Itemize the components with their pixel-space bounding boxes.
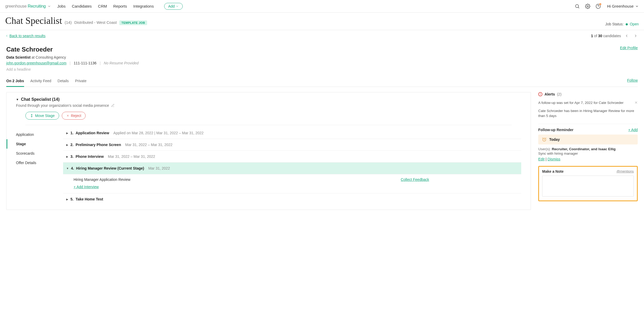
nav-scorecards[interactable]: Scorecards bbox=[16, 149, 63, 158]
followup-sync: Sync with hiring manager bbox=[538, 152, 638, 155]
tab-activity-feed[interactable]: Activity Feed bbox=[30, 77, 51, 87]
caret-down-icon[interactable]: ▼ bbox=[16, 98, 19, 101]
note-textarea[interactable] bbox=[542, 176, 634, 197]
users-value: Recruiter, Coordinator, and Isaac Ellig bbox=[552, 147, 616, 151]
stage-nav: Application Stage Scorecards Offer Detai… bbox=[7, 125, 63, 205]
tab-on-jobs[interactable]: On 2 Jobs bbox=[6, 77, 24, 87]
followup-dismiss-link[interactable]: Dismiss bbox=[548, 157, 560, 161]
headline-placeholder[interactable]: Add a headline bbox=[6, 67, 638, 71]
clock-icon bbox=[542, 137, 547, 142]
tabs: On 2 Jobs Activity Feed Details Private bbox=[6, 77, 86, 87]
tab-private[interactable]: Private bbox=[75, 77, 87, 87]
nav-reports[interactable]: Reports bbox=[113, 4, 127, 8]
mentions-link[interactable]: @mentions bbox=[617, 169, 634, 173]
candidate-role-company: at Consulting Agency bbox=[31, 55, 66, 59]
reject-button[interactable]: Reject bbox=[62, 112, 86, 120]
candidate-email[interactable]: john.gordon.greenhouse@gmail.com bbox=[6, 61, 66, 65]
note-label: Make a Note bbox=[542, 169, 564, 174]
pager-of: of bbox=[594, 34, 597, 38]
followup-add-link[interactable]: + Add bbox=[628, 128, 638, 132]
followup-users: User(s): Recruiter, Coordinator, and Isa… bbox=[538, 147, 638, 151]
stage-name: Application Review bbox=[76, 131, 109, 135]
logo-dropdown-icon[interactable] bbox=[47, 4, 51, 8]
stage-name: Phone Interview bbox=[76, 154, 104, 159]
stage-dates: Mar 31, 2022 – Mar 31, 2022 bbox=[125, 143, 173, 147]
separator: | bbox=[546, 157, 548, 161]
pager-next[interactable] bbox=[632, 33, 639, 39]
nav-candidates[interactable]: Candidates bbox=[72, 4, 92, 8]
add-interview-link[interactable]: + Add Interview bbox=[74, 185, 99, 189]
stage-num: 4. bbox=[71, 166, 74, 170]
back-link-label: Back to search results bbox=[9, 34, 46, 38]
add-button[interactable]: Add bbox=[164, 3, 183, 10]
job-title: Chat Specialist bbox=[5, 15, 62, 26]
alerts-count: (2) bbox=[557, 92, 562, 96]
pager: 1 of 30 candidates bbox=[591, 33, 639, 39]
alert-text: Cate Schroeder has been in Hiring Manage… bbox=[538, 109, 638, 119]
nav-jobs[interactable]: Jobs bbox=[57, 4, 66, 8]
svg-line-1 bbox=[578, 7, 579, 8]
collect-feedback-link[interactable]: Collect Feedback bbox=[401, 177, 429, 182]
triangle-right-icon: ▶ bbox=[66, 155, 68, 158]
follow-link[interactable]: Follow bbox=[627, 78, 638, 85]
search-icon[interactable] bbox=[575, 4, 580, 9]
triangle-right-icon: ▶ bbox=[66, 198, 68, 201]
chevron-down-icon bbox=[176, 5, 179, 8]
stage-num: 1. bbox=[70, 131, 74, 135]
stage-name: Take Home Test bbox=[76, 197, 103, 201]
nav-stage[interactable]: Stage bbox=[7, 139, 63, 149]
stage-dates: Applied on Mar 28, 2022 | Mar 31, 2022 –… bbox=[113, 131, 204, 135]
nav-integrations[interactable]: Integrations bbox=[133, 4, 154, 8]
alert-text: A follow-up was set for Apr 7, 2022 for … bbox=[538, 100, 624, 105]
chevron-left-icon bbox=[5, 34, 8, 37]
gear-icon[interactable] bbox=[585, 4, 590, 9]
pager-position: 1 bbox=[591, 34, 593, 38]
separator: | bbox=[100, 61, 101, 65]
move-stage-button[interactable]: Move Stage bbox=[25, 112, 59, 120]
main-content: ▼ Chat Specialist (14) Found through you… bbox=[0, 87, 644, 215]
nav-links: Jobs Candidates CRM Reports Integrations bbox=[57, 4, 154, 8]
stage-name: Preliminary Phone Screen bbox=[76, 143, 121, 147]
tab-details[interactable]: Details bbox=[58, 77, 69, 87]
make-note-box: Make a Note @mentions bbox=[538, 166, 638, 201]
followup-edit-link[interactable]: Edit bbox=[538, 157, 545, 161]
move-icon bbox=[30, 114, 34, 118]
reject-label: Reject bbox=[71, 114, 81, 118]
stage-row[interactable]: ▶ 1. Application Review Applied on Mar 2… bbox=[63, 127, 521, 139]
user-greeting-text: Hi Greenhouse bbox=[607, 4, 634, 8]
logo[interactable]: greenhouse Recruiting bbox=[5, 4, 46, 9]
pager-prev[interactable] bbox=[624, 33, 630, 39]
pager-noun: candidates bbox=[603, 34, 621, 38]
stage-row[interactable]: ▶ 3. Phone Interview Mar 31, 2022 – Mar … bbox=[63, 151, 521, 163]
edit-profile-link[interactable]: Edit Profile bbox=[620, 46, 638, 50]
pager-total: 30 bbox=[598, 34, 602, 38]
job-location: Distributed - West Coast bbox=[74, 20, 117, 25]
back-link[interactable]: Back to search results bbox=[5, 34, 46, 38]
stage-row-current[interactable]: ▼ 4. Hiring Manager Review (Current Stag… bbox=[63, 163, 521, 174]
nav-application[interactable]: Application bbox=[16, 130, 63, 139]
nav-icons: Hi Greenhouse bbox=[575, 4, 639, 9]
help-icon[interactable] bbox=[596, 4, 601, 9]
triangle-right-icon: ▶ bbox=[66, 132, 68, 135]
pencil-icon[interactable] bbox=[111, 104, 115, 107]
followup-header: Follow-up Reminder + Add bbox=[538, 128, 638, 132]
chevron-down-icon bbox=[635, 4, 639, 8]
user-menu[interactable]: Hi Greenhouse bbox=[607, 4, 639, 8]
stage-list: ▶ 1. Application Review Applied on Mar 2… bbox=[63, 125, 531, 205]
stage-row[interactable]: ▶ 5. Take Home Test bbox=[63, 193, 521, 205]
job-count: (14) bbox=[65, 20, 72, 25]
job-card-source: Found through your organization's social… bbox=[16, 103, 109, 108]
job-card-title-row: ▼ Chat Specialist (14) bbox=[16, 97, 521, 102]
nav-offer-details[interactable]: Offer Details bbox=[16, 158, 63, 167]
template-badge: TEMPLATE JOB bbox=[119, 20, 147, 25]
status-dot-icon bbox=[626, 23, 628, 25]
close-icon[interactable]: ✕ bbox=[635, 100, 638, 105]
stage-row[interactable]: ▶ 2. Preliminary Phone Screen Mar 31, 20… bbox=[63, 139, 521, 151]
nav-crm[interactable]: CRM bbox=[98, 4, 107, 8]
candidate-phone: 111-111-1136 bbox=[74, 61, 96, 65]
users-label: User(s): bbox=[538, 147, 552, 151]
alert-item: Cate Schroeder has been in Hiring Manage… bbox=[538, 107, 638, 120]
stage-name: Hiring Manager Review (Current Stage) bbox=[76, 166, 144, 170]
stage-dates: Mar 31, 2022 – Mar 31, 2022 bbox=[108, 154, 155, 159]
today-bar: Today bbox=[538, 135, 638, 144]
